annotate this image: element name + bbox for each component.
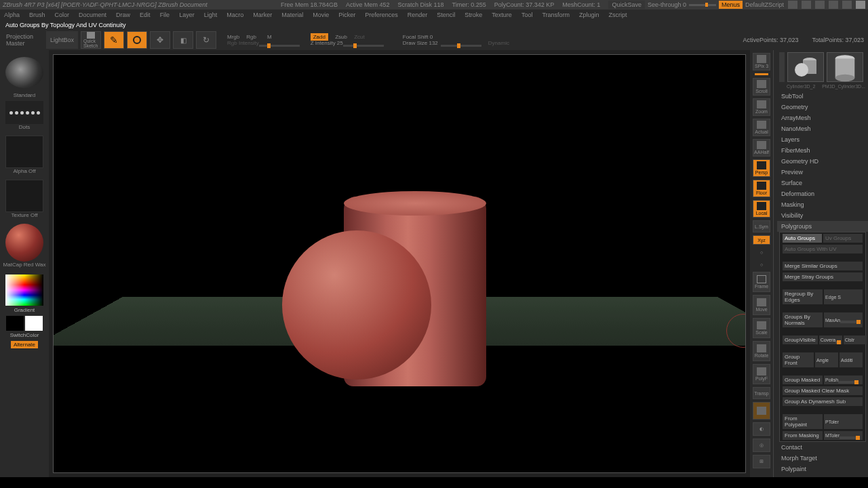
actual-button[interactable]: Actual: [753, 119, 770, 136]
panel-geometryhd[interactable]: Geometry HD: [777, 156, 868, 167]
gradient-button[interactable]: Gradient: [14, 307, 35, 313]
additive-button[interactable]: Additi: [840, 352, 863, 367]
menu-stroke[interactable]: Stroke: [465, 12, 482, 18]
menu-zplugin[interactable]: Zplugin: [579, 12, 599, 18]
scale-button[interactable]: ◧: [173, 31, 193, 49]
spix-button[interactable]: SPix 3: [753, 53, 770, 70]
m-button[interactable]: M: [267, 34, 272, 40]
panel-uvmap[interactable]: UV Map: [777, 474, 868, 477]
tool-preview-current[interactable]: [787, 52, 824, 82]
nav-dot2[interactable]: ○: [753, 260, 770, 269]
panel-morphtarget[interactable]: Morph Target: [777, 453, 868, 464]
zcut-button[interactable]: Zcut: [354, 34, 365, 40]
panel-nanomesh[interactable]: NanoMesh: [777, 123, 868, 134]
group-front-button[interactable]: Group Front: [783, 352, 814, 367]
window-btn-1[interactable]: [788, 1, 797, 9]
panel-fibermesh[interactable]: FiberMesh: [777, 145, 868, 156]
menu-light[interactable]: Light: [204, 12, 218, 18]
from-masking-button[interactable]: From Masking: [783, 431, 823, 440]
mtoler-slider[interactable]: MToler: [824, 431, 863, 440]
brush-thumbnail[interactable]: [5, 57, 43, 88]
material-thumbnail[interactable]: [5, 224, 43, 262]
panel-subtool[interactable]: SubTool: [777, 91, 868, 102]
panel-visibility[interactable]: Visibility: [777, 210, 868, 221]
menu-tool[interactable]: Tool: [521, 12, 533, 18]
z-intensity-slider[interactable]: [343, 45, 384, 47]
groups-normals-button[interactable]: Groups By Normals: [783, 312, 823, 327]
zoom-button[interactable]: Zoom: [753, 98, 770, 116]
auto-groups-uv-button[interactable]: Auto Groups With UV: [783, 245, 863, 253]
menu-texture[interactable]: Texture: [492, 12, 512, 18]
color-picker[interactable]: [5, 274, 43, 306]
lsym-button[interactable]: L.Sym: [753, 220, 770, 232]
polyf-button[interactable]: PolyF: [753, 364, 770, 384]
window-min[interactable]: [829, 1, 838, 9]
menu-render[interactable]: Render: [408, 12, 428, 18]
menu-stencil[interactable]: Stencil: [437, 12, 455, 18]
dynamic-button[interactable]: Dynamic: [488, 40, 509, 46]
lightbox-button[interactable]: LightBox: [46, 31, 78, 49]
frame-button[interactable]: Frame: [753, 272, 770, 292]
viewport[interactable]: [53, 54, 746, 473]
menu-file[interactable]: File: [160, 12, 170, 18]
local-button[interactable]: Local: [753, 200, 770, 218]
menu-alpha[interactable]: Alpha: [4, 12, 20, 18]
menu-movie[interactable]: Movie: [313, 12, 329, 18]
maxangle-slider[interactable]: MaxAn: [824, 312, 863, 327]
nav-dot1[interactable]: ○: [753, 247, 770, 257]
quicksketch-button[interactable]: Quick Sketch: [81, 31, 101, 49]
projection-master-button[interactable]: Projection Master: [4, 31, 43, 49]
solo-button[interactable]: ◐: [753, 422, 770, 436]
menu-edit[interactable]: Edit: [140, 12, 151, 18]
cluster-slider[interactable]: Clstr: [844, 336, 867, 344]
rgb-intensity-slider[interactable]: [259, 45, 300, 47]
swatch-secondary[interactable]: [25, 316, 43, 331]
group-dynamesh-button[interactable]: Group As Dynamesh Sub: [783, 397, 863, 406]
swatch-main[interactable]: [6, 316, 24, 331]
menu-material[interactable]: Material: [281, 12, 303, 18]
menu-preferences[interactable]: Preferences: [365, 12, 398, 18]
panel-surface[interactable]: Surface: [777, 178, 868, 188]
xyz-button[interactable]: Xyz: [753, 235, 770, 245]
menu-macro[interactable]: Macro: [226, 12, 243, 18]
rgb-button[interactable]: Rgb: [246, 34, 256, 40]
rotate-button[interactable]: ↻: [196, 31, 216, 49]
draw-button[interactable]: [127, 31, 147, 49]
panel-masking[interactable]: Masking: [777, 199, 868, 210]
persp-button[interactable]: Persp: [753, 159, 770, 177]
quicksave-button[interactable]: QuickSave: [608, 1, 645, 9]
panel-polygroups[interactable]: Polygroups: [777, 221, 868, 232]
defaultzscript-button[interactable]: DefaultZScript: [745, 1, 784, 8]
menu-picker[interactable]: Picker: [338, 12, 355, 18]
texture-thumbnail[interactable]: [5, 180, 43, 212]
uv-groups-button[interactable]: Uv Groups: [823, 234, 863, 243]
solo-dynamic-button[interactable]: ◎: [753, 439, 770, 452]
alpha-thumbnail[interactable]: [5, 136, 43, 168]
coverage-slider[interactable]: Covera: [819, 336, 842, 344]
panel-layers[interactable]: Layers: [777, 134, 868, 145]
menu-document[interactable]: Document: [79, 12, 106, 18]
panel-contact[interactable]: Contact: [777, 442, 868, 453]
ptoler-slider[interactable]: PToler: [824, 414, 863, 429]
switchcolor-button[interactable]: SwitchColor: [10, 332, 39, 338]
window-btn-2[interactable]: [802, 1, 811, 9]
mrgb-button[interactable]: Mrgb: [227, 34, 239, 40]
front-angle-slider[interactable]: Angle: [815, 352, 838, 367]
panel-polypaint[interactable]: Polypaint: [777, 464, 868, 474]
menu-marker[interactable]: Marker: [253, 12, 272, 18]
group-masked-button[interactable]: Group Masked: [783, 375, 823, 384]
nav-rotate-button[interactable]: Rotate: [753, 341, 770, 361]
menu-color[interactable]: Color: [55, 12, 70, 18]
aahalf-button[interactable]: AAHalf: [753, 139, 770, 157]
merge-stray-button[interactable]: Merge Stray Groups: [783, 272, 863, 281]
nav-extra-button[interactable]: ⊞: [753, 455, 770, 468]
transp-button[interactable]: Transp: [753, 387, 770, 399]
window-btn-3[interactable]: [815, 1, 825, 9]
move-button[interactable]: ✥: [150, 31, 170, 49]
merge-similar-button[interactable]: Merge Similar Groups: [783, 262, 863, 270]
edit-button[interactable]: ✎: [104, 31, 124, 49]
menu-bar[interactable]: Alpha Brush Color Document Draw Edit Fil…: [0, 9, 868, 20]
panel-arraymesh[interactable]: ArrayMesh: [777, 113, 868, 123]
draw-size-slider[interactable]: [441, 45, 481, 47]
regroup-edges-button[interactable]: Regroup By Edges: [783, 289, 823, 304]
